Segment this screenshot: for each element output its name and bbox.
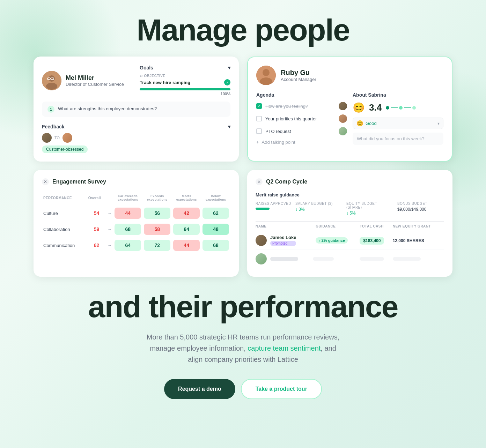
desc-highlight: capture team sentiment <box>248 344 321 352</box>
ruby-header: Ruby Gu Account Manager <box>256 66 443 85</box>
th-guidance: GUIDANCE <box>313 224 360 231</box>
collaboration-overall: 59 <box>87 222 106 236</box>
skeleton-equity-bar <box>393 257 421 261</box>
goals-label: Goals <box>140 65 153 70</box>
communication-below: 68 <box>201 238 230 252</box>
description-text: More than 5,000 strategic HR teams run p… <box>121 331 365 365</box>
objective-row: Track new hire ramping ✓ <box>140 79 230 85</box>
th-name: NAME <box>256 224 313 231</box>
comp-title: Q2 Comp Cycle <box>266 179 307 185</box>
good-dropdown[interactable]: 😊 Good ▾ <box>353 118 443 129</box>
profile-mel: Mel Miller Director of Customer Service <box>42 65 133 96</box>
col-performance: PERFORMANCE <box>42 194 87 204</box>
comp-row-james: James Loke Promoted ↑ 2% guidance $183,4… <box>256 231 444 250</box>
question-section: 1 What are strengths this employee demon… <box>42 102 230 117</box>
divider <box>256 221 444 222</box>
good-text: Good <box>366 121 377 126</box>
close-button-comp[interactable]: ✕ <box>256 178 263 185</box>
progress-bar <box>140 88 230 90</box>
skeleton-name <box>256 250 313 268</box>
culture-meets: 42 <box>172 206 201 220</box>
survey-header: ✕ Engagement Survey <box>42 178 230 185</box>
page-wrapper: Manage people <box>0 0 486 420</box>
question-text: What are strengths this employee demonst… <box>58 106 157 112</box>
shares-text: 12,000 SHARES <box>393 238 424 243</box>
guidance-badge: ↑ 2% guidance <box>316 237 348 244</box>
progress-label: 100% <box>140 92 230 96</box>
equity-label: EQUITY BUDGET (SHARE) <box>346 202 393 209</box>
raises-label: RAISES APPROVED <box>256 202 291 206</box>
sentiment-dots <box>386 106 416 110</box>
bonus-value: $9,000/$49,000 <box>397 207 444 212</box>
skeleton-employee <box>256 253 313 264</box>
agenda-text-3: PTO request <box>265 129 335 134</box>
ruby-title: Account Manager <box>281 77 316 82</box>
skeleton-cash <box>360 250 392 268</box>
add-talking-point[interactable]: + Add talking point <box>256 140 347 145</box>
about-label: About Sabrina <box>353 92 443 98</box>
progress-fill <box>140 88 230 90</box>
communication-dash: -- <box>106 238 113 252</box>
james-guidance: ↑ 2% guidance <box>313 231 360 250</box>
ruby-name: Ruby Gu <box>281 69 316 77</box>
james-equity: 12,000 SHARES <box>393 231 444 250</box>
col-below: Belowexpectations <box>201 194 230 204</box>
dot-1 <box>386 106 389 110</box>
comp-row-skeleton <box>256 250 444 268</box>
request-demo-button[interactable]: Request a demo <box>164 379 235 399</box>
th-equity-grant: NEW EQUITY GRANT <box>393 224 444 231</box>
culture-below: 62 <box>201 206 230 220</box>
col-exceeds: Exceedsexpectations <box>142 194 172 204</box>
james-avatar <box>256 235 267 246</box>
take-tour-button[interactable]: Take a product tour <box>241 379 322 399</box>
skeleton-guidance <box>313 250 360 268</box>
avatar-feedback-from <box>42 133 52 143</box>
goals-header: Goals ▾ <box>140 65 230 70</box>
salary-label: SALARY BUDGET ($) <box>295 202 342 206</box>
goals-section: Goals ▾ ⊙ OBJECTIVE Track new hire rampi… <box>140 65 230 96</box>
bonus-label: BONUS BUDGET <box>397 202 444 206</box>
card-comp: ✕ Q2 Comp Cycle Merit raise guidance RAI… <box>247 170 452 277</box>
col-overall: Overall <box>87 194 106 204</box>
chevron-down-icon-2[interactable]: ▾ <box>228 124 230 129</box>
avatar-mel <box>42 71 61 90</box>
collaboration-exceeds: 58 <box>142 222 172 236</box>
culture-label: Culture <box>42 206 87 220</box>
line-1 <box>391 107 398 108</box>
agenda-text-2: Your priorities this quarter <box>265 116 335 121</box>
avatar-agenda-3 <box>339 127 347 135</box>
close-button[interactable]: ✕ <box>42 178 49 185</box>
col-meets: Meetsexpectations <box>172 194 201 204</box>
agenda-item-2: Your priorities this quarter <box>256 114 347 123</box>
communication-overall: 62 <box>87 238 106 252</box>
checkbox-3[interactable] <box>256 128 262 134</box>
raises-bar <box>256 208 270 210</box>
cash-badge: $183,400 <box>360 237 384 245</box>
cta-buttons: Request a demo Take a product tour <box>88 379 398 399</box>
culture-far-exceeds: 44 <box>113 206 142 220</box>
feedback-section: Feedback ▾ TO Customer-obsessed <box>42 124 230 153</box>
avatar-ruby <box>256 66 276 85</box>
james-name: James Loke <box>270 235 296 240</box>
james-employee: James Loke Promoted <box>256 235 313 246</box>
comp-subtitle: Merit raise guidance <box>256 192 444 197</box>
checkbox-1[interactable]: ✓ <box>256 103 262 109</box>
chevron-down-icon-3[interactable]: ▾ <box>437 121 440 126</box>
collaboration-far-exceeds: 68 <box>113 222 142 236</box>
communication-meets: 44 <box>172 238 201 252</box>
communication-exceeds: 72 <box>142 238 172 252</box>
agenda-section: Agenda ✓ How are you feeling? Your prior… <box>256 92 347 145</box>
line-2 <box>404 107 411 108</box>
about-section: About Sabrina 😊 3.4 😊 <box>353 92 443 145</box>
plus-icon: + <box>256 140 259 145</box>
mel-name: Mel Miller <box>66 74 124 82</box>
check-icon: ✓ <box>224 79 230 85</box>
hero-title: Manage people <box>137 14 349 46</box>
sentiment-score: 3.4 <box>369 102 382 113</box>
sentiment-emoji: 😊 <box>353 102 365 113</box>
svg-point-7 <box>263 69 270 76</box>
james-cell: James Loke Promoted <box>256 231 313 250</box>
equity-value: ↓ 5% <box>346 211 393 216</box>
checkbox-2[interactable] <box>256 116 262 121</box>
chevron-down-icon[interactable]: ▾ <box>228 65 230 70</box>
